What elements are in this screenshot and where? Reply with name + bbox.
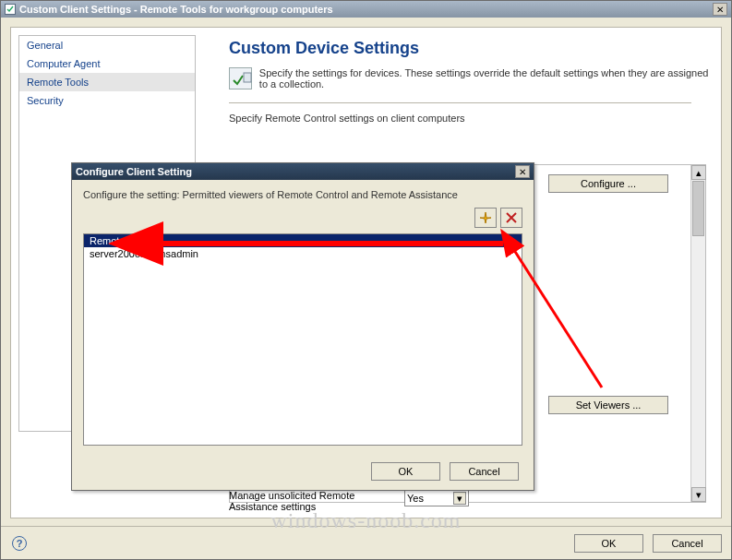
set-viewers-button[interactable]: Set Viewers ... <box>548 396 668 414</box>
delete-icon <box>506 212 517 223</box>
scroll-thumb[interactable] <box>692 181 704 236</box>
unsolicited-label: Manage unsolicited Remote Assistance set… <box>229 490 367 512</box>
close-button[interactable]: ✕ <box>713 3 727 16</box>
unsolicited-value: Yes <box>407 493 424 504</box>
sidebar-item-remote-tools[interactable]: Remote Tools <box>19 73 195 91</box>
inner-description: Configure the setting: Permitted viewers… <box>72 180 534 204</box>
cancel-button[interactable]: Cancel <box>653 534 722 553</box>
page-title: Custom Device Settings <box>229 39 714 58</box>
ok-button[interactable]: OK <box>574 534 643 553</box>
chevron-down-icon: ▾ <box>453 492 466 505</box>
inner-ok-button[interactable]: OK <box>371 462 440 481</box>
sidebar-item-computer-agent[interactable]: Computer Agent <box>19 54 195 73</box>
scroll-up-icon[interactable]: ▴ <box>691 165 706 180</box>
add-viewer-button[interactable] <box>474 208 497 228</box>
devices-icon <box>229 67 252 89</box>
inner-titlebar[interactable]: Configure Client Setting ✕ <box>72 163 534 180</box>
divider <box>229 102 691 103</box>
remove-viewer-button[interactable] <box>500 208 522 228</box>
app-icon <box>5 4 16 15</box>
window-title: Custom Client Settings - Remote Tools fo… <box>19 4 713 15</box>
inner-cancel-button[interactable]: Cancel <box>450 462 519 481</box>
starburst-icon <box>479 211 492 224</box>
viewer-toolbar <box>72 204 534 232</box>
list-item[interactable]: server2008r2\smsadmin <box>84 247 522 260</box>
section-label: Specify Remote Control settings on clien… <box>229 113 714 124</box>
vertical-scrollbar[interactable]: ▴ ▾ <box>690 165 705 502</box>
list-item[interactable]: RemoteUser1 <box>84 234 522 247</box>
configure-button[interactable]: Configure ... <box>548 174 668 193</box>
sidebar-item-general[interactable]: General <box>19 36 195 54</box>
sidebar-item-security[interactable]: Security <box>19 91 195 110</box>
page-description: Specify the settings for devices. These … <box>259 67 714 89</box>
inner-close-button[interactable]: ✕ <box>515 165 530 178</box>
titlebar[interactable]: Custom Client Settings - Remote Tools fo… <box>1 1 731 18</box>
unsolicited-dropdown[interactable]: Yes ▾ <box>404 490 469 506</box>
help-button[interactable]: ? <box>12 536 27 551</box>
permitted-viewers-list[interactable]: RemoteUser1 server2008r2\smsadmin <box>83 233 522 446</box>
inner-window-title: Configure Client Setting <box>76 166 515 177</box>
dialog-footer: ? OK Cancel <box>1 526 731 559</box>
configure-client-setting-dialog: Configure Client Setting ✕ Configure the… <box>71 162 534 491</box>
svg-rect-0 <box>244 73 251 82</box>
scroll-down-icon[interactable]: ▾ <box>691 487 706 502</box>
unsolicited-assistance-row: Manage unsolicited Remote Assistance set… <box>229 490 469 512</box>
